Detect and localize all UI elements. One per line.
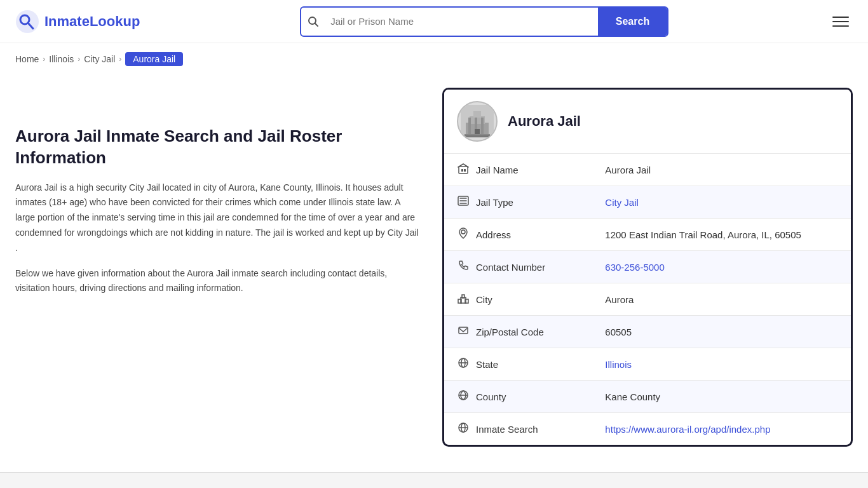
- table-row: City Aurora: [444, 283, 851, 316]
- card-header: Aurora Jail: [444, 90, 851, 154]
- county-label: County: [444, 381, 571, 412]
- jail-type-link[interactable]: City Jail: [605, 197, 639, 208]
- address-value-cell: 1200 East Indian Trail Road, Aurora, IL,…: [592, 219, 851, 251]
- site-header: InmateLookup Search: [0, 0, 868, 43]
- left-column: Aurora Jail Inmate Search and Jail Roste…: [15, 88, 422, 447]
- jail-name-value: Aurora Jail: [605, 165, 651, 175]
- city-value-cell: Aurora: [592, 283, 851, 316]
- county-value: Kane County: [605, 391, 660, 402]
- table-row: Zip/Postal Code 60505: [444, 316, 851, 348]
- address-label: Address: [444, 219, 571, 250]
- svg-rect-27: [459, 327, 468, 334]
- flag-icon: [457, 390, 470, 403]
- search-icon: [301, 16, 325, 27]
- location-icon: [457, 227, 470, 241]
- county-value-cell: Kane County: [592, 381, 851, 413]
- logo-text: InmateLookup: [44, 13, 140, 30]
- globe-icon: [457, 357, 470, 371]
- contact-value-cell: 630-256-5000: [592, 251, 851, 283]
- logo-icon: [15, 10, 39, 34]
- breadcrumb: Home › Illinois › City Jail › Aurora Jai…: [0, 43, 868, 75]
- jail-type-label: Jail Type: [444, 186, 571, 218]
- description-1: Aurora Jail is a high security City Jail…: [15, 180, 422, 256]
- breadcrumb-city-jail[interactable]: City Jail: [84, 54, 115, 64]
- table-row: Jail Type City Jail: [444, 186, 851, 219]
- right-column: Aurora Jail Jail Name Aurora Jail Jail T…: [442, 88, 853, 447]
- city-icon: [457, 292, 470, 306]
- table-row: Address 1200 East Indian Trail Road, Aur…: [444, 219, 851, 251]
- svg-rect-26: [462, 295, 465, 298]
- table-row: Contact Number 630-256-5000: [444, 251, 851, 283]
- svg-rect-24: [458, 299, 461, 303]
- breadcrumb-illinois[interactable]: Illinois: [49, 54, 74, 64]
- description-2: Below we have given information about th…: [15, 266, 422, 297]
- phone-icon: [457, 260, 470, 274]
- main-layout: Aurora Jail Inmate Search and Jail Roste…: [0, 75, 868, 472]
- svg-rect-9: [468, 118, 471, 135]
- table-row: State Illinois: [444, 348, 851, 381]
- search-input[interactable]: [325, 10, 598, 33]
- breadcrumb-home[interactable]: Home: [15, 54, 39, 64]
- svg-rect-14: [463, 135, 491, 137]
- svg-rect-16: [461, 169, 463, 172]
- inmate-search-link[interactable]: https://www.aurora-il.org/apd/index.php: [605, 424, 770, 435]
- address-value: 1200 East Indian Trail Road, Aurora, IL,…: [605, 229, 801, 240]
- zip-label: Zip/Postal Code: [444, 316, 571, 348]
- svg-point-22: [461, 230, 465, 234]
- state-value-cell: Illinois: [592, 348, 851, 381]
- svg-rect-25: [465, 299, 468, 303]
- card-title: Aurora Jail: [508, 113, 581, 130]
- svg-line-4: [315, 23, 318, 26]
- jail-avatar: [457, 101, 498, 142]
- contact-label: Contact Number: [444, 251, 571, 283]
- page-title: Aurora Jail Inmate Search and Jail Roste…: [15, 126, 422, 169]
- search-area: Search: [300, 6, 668, 37]
- building-icon: [457, 163, 470, 177]
- svg-rect-17: [464, 169, 466, 172]
- contact-link[interactable]: 630-256-5000: [605, 262, 664, 273]
- web-icon: [457, 422, 470, 436]
- city-label: City: [444, 283, 571, 315]
- city-value: Aurora: [605, 294, 634, 305]
- zip-value: 60505: [605, 327, 632, 337]
- table-row: Jail Name Aurora Jail: [444, 154, 851, 186]
- state-link[interactable]: Illinois: [605, 359, 632, 370]
- mail-icon: [457, 325, 470, 339]
- svg-rect-8: [473, 111, 481, 118]
- chevron-icon-3: ›: [119, 55, 121, 64]
- breadcrumb-active: Aurora Jail: [125, 52, 183, 66]
- svg-point-0: [16, 10, 39, 33]
- chevron-icon-2: ›: [78, 55, 80, 64]
- inmate-search-label: Inmate Search: [444, 413, 571, 445]
- jail-type-value-cell: City Jail: [592, 186, 851, 219]
- logo-link[interactable]: InmateLookup: [15, 10, 140, 34]
- jail-name-label: Jail Name: [444, 154, 571, 186]
- info-table: Jail Name Aurora Jail Jail Type City Jai…: [444, 154, 851, 445]
- table-row: Inmate Search https://www.aurora-il.org/…: [444, 413, 851, 445]
- chevron-icon-1: ›: [43, 55, 45, 64]
- table-row: County Kane County: [444, 381, 851, 413]
- search-wrapper: Search: [300, 6, 668, 37]
- jail-name-value-cell: Aurora Jail: [592, 154, 851, 186]
- footer-bar: [0, 472, 868, 488]
- hamburger-menu[interactable]: [829, 13, 853, 30]
- zip-value-cell: 60505: [592, 316, 851, 348]
- svg-rect-11: [481, 118, 484, 135]
- inmate-search-value-cell: https://www.aurora-il.org/apd/index.php: [592, 413, 851, 445]
- info-card: Aurora Jail Jail Name Aurora Jail Jail T…: [442, 88, 853, 447]
- search-button[interactable]: Search: [598, 8, 667, 36]
- state-label: State: [444, 348, 571, 380]
- list-icon: [457, 195, 470, 209]
